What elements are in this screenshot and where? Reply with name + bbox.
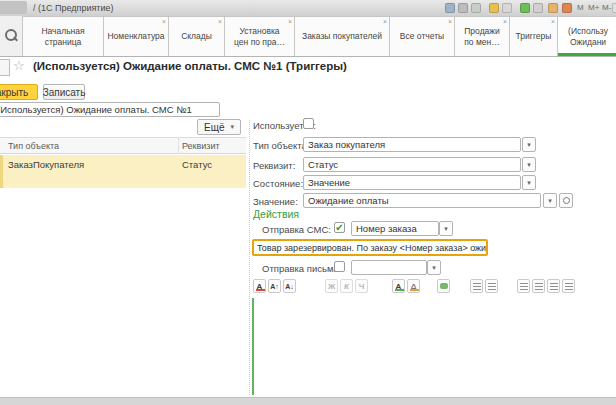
tab-label: по мен… (464, 37, 499, 48)
tab-trigger-editor-active[interactable]: (Использу Ожидани (557, 16, 616, 56)
memory-m-minus-button[interactable]: M- (602, 3, 611, 12)
tab-close-icon[interactable]: × (383, 18, 387, 25)
state-dropdown-icon[interactable]: ▾ (522, 175, 536, 190)
tab-sales[interactable]: × Продажи по мен… (454, 16, 510, 56)
italic-button[interactable]: К (340, 279, 353, 293)
tab-warehouses[interactable]: × Склады (168, 16, 225, 56)
align-center-button[interactable] (532, 279, 545, 293)
tab-all-reports[interactable]: × Все отчеты (389, 16, 455, 56)
font-size-down-button[interactable]: А↓ (283, 279, 296, 293)
bold-button[interactable]: Ж (325, 279, 338, 293)
bullet-list-button[interactable] (485, 279, 498, 293)
links-icon[interactable] (533, 3, 543, 13)
tab-label: Начальная страница (23, 26, 103, 48)
more-button[interactable]: Ещё ▾ (197, 119, 241, 135)
sms-message-text: Товар зарезервирован. По заказу <Номер з… (257, 243, 488, 253)
tab-close-icon[interactable]: × (218, 18, 222, 25)
preview-icon[interactable] (471, 3, 481, 13)
sms-param-select[interactable]: Номер заказа (351, 221, 439, 236)
attribute-select[interactable]: Статус (303, 157, 521, 172)
object-type-select[interactable]: Заказ покупателя (303, 137, 521, 152)
bullet-list-icon (488, 283, 496, 290)
table-header: Тип объекта Реквизит (0, 137, 246, 154)
font-size-up-button[interactable]: А↑ (268, 279, 281, 293)
active-tab-underline (558, 53, 616, 56)
history-icon[interactable] (520, 3, 530, 13)
close-button[interactable]: Закрыть (0, 84, 38, 100)
sms-message-input[interactable]: Товар зарезервирован. По заказу <Номер з… (252, 239, 488, 256)
tab-label: Продажи (464, 26, 500, 37)
more-button-label: Ещё (204, 122, 224, 133)
calendar-icon[interactable] (548, 3, 558, 13)
memory-m-button[interactable]: M (577, 3, 584, 12)
clock-icon[interactable] (612, 3, 616, 13)
underline-button[interactable]: Ч (355, 279, 368, 293)
object-type-dropdown-icon[interactable]: ▾ (522, 137, 536, 152)
trigger-name-input[interactable]: (Используется) Ожидание оплаты. СМС №1 (0, 102, 220, 117)
text-color-button[interactable]: А (392, 279, 405, 293)
clipboard-icon[interactable] (502, 3, 512, 13)
column-header-object-type[interactable]: Тип объекта (8, 141, 59, 151)
fill-color-button[interactable] (437, 279, 450, 293)
tab-home[interactable]: Начальная страница (22, 16, 104, 56)
tab-label: (Использу (568, 26, 608, 37)
state-select[interactable]: Значение (303, 175, 521, 190)
numbered-list-icon (473, 283, 481, 290)
column-header-attribute[interactable]: Реквизит (182, 141, 220, 151)
sms-checkbox[interactable]: ✔ (334, 222, 345, 233)
email-param-select[interactable] (351, 260, 427, 275)
search-icon[interactable] (5, 29, 17, 41)
table-row[interactable]: ЗаказПокупателя Статус (0, 155, 246, 188)
tab-nomenclature[interactable]: × Номенклатура (103, 16, 169, 56)
save-record-button[interactable]: Записать (43, 84, 85, 100)
tab-label: Установка (239, 26, 279, 37)
tab-label: Номенклатура (107, 31, 164, 42)
tab-price-setting[interactable]: × Установка цен по пра… (224, 16, 295, 56)
value-open-button[interactable] (559, 193, 573, 208)
nav-button-partial[interactable] (0, 59, 10, 76)
tab-label: Склады (181, 31, 212, 42)
check-icon: ✔ (335, 223, 343, 233)
email-checkbox[interactable] (334, 261, 345, 272)
align-right-button[interactable] (547, 279, 560, 293)
value-select[interactable]: Ожидание оплаты (303, 193, 541, 208)
used-checkbox[interactable] (303, 118, 314, 129)
tab-label: Все отчеты (400, 31, 444, 42)
background-color-accent (410, 289, 419, 291)
email-param-dropdown-icon[interactable]: ▾ (427, 260, 441, 275)
align-left-button[interactable] (517, 279, 530, 293)
favorites-icon[interactable] (489, 3, 499, 13)
tab-close-icon[interactable]: × (503, 18, 507, 25)
app-window: / (1С Предприятие) M M+ M- Начальная стр… (0, 0, 616, 405)
memory-m-plus-button[interactable]: M+ (588, 3, 599, 12)
window-titlebar: / (1С Предприятие) M M+ M- (0, 0, 616, 17)
sms-param-dropdown-icon[interactable]: ▾ (439, 221, 453, 236)
align-justify-button[interactable] (562, 279, 575, 293)
tab-customer-orders[interactable]: × Заказы покупателей (294, 16, 390, 56)
page-title: (Используется) Ожидание оплаты. СМС №1 (… (33, 60, 347, 72)
text-color-accent (395, 289, 404, 291)
save-icon[interactable] (445, 3, 455, 13)
tab-close-icon[interactable]: × (162, 18, 166, 25)
tab-close-icon[interactable]: × (288, 18, 292, 25)
attribute-label: Реквизит: (253, 160, 295, 171)
value-dropdown-icon[interactable]: ▾ (543, 193, 557, 208)
tab-triggers[interactable]: × Триггеры (509, 16, 558, 56)
tab-close-icon[interactable]: × (551, 18, 555, 25)
tab-label: Заказы покупателей (302, 31, 382, 42)
tab-close-icon[interactable]: × (448, 18, 452, 25)
calculator-icon[interactable] (562, 3, 572, 13)
tab-label: цен по пра… (234, 37, 285, 48)
align-right-icon (550, 283, 558, 290)
panel-splitter[interactable] (249, 120, 250, 395)
background-color-button[interactable]: Δ (407, 279, 420, 293)
font-button[interactable]: А (253, 279, 266, 293)
attribute-dropdown-icon[interactable]: ▾ (522, 157, 536, 172)
status-bar (0, 397, 616, 405)
print-icon[interactable] (458, 3, 468, 13)
cell-attribute: Статус (182, 159, 212, 170)
window-menu-chip[interactable] (0, 1, 27, 14)
favorite-star-icon[interactable]: ☆ (13, 58, 25, 73)
numbered-list-button[interactable] (470, 279, 483, 293)
row-marker (0, 155, 3, 188)
